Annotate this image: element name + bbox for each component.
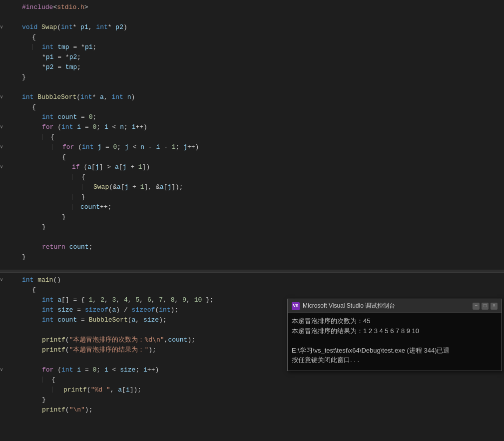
code-line: printf("%d ", a[i]); — [0, 385, 504, 395]
collapse-arrow[interactable]: ∨ — [0, 277, 7, 283]
code-text: return count; — [20, 243, 504, 251]
code-line: } — [0, 192, 504, 202]
code-line: { — [0, 102, 504, 112]
code-line: ∨ void Swap(int* p1, int* p2) — [0, 22, 504, 32]
code-line: ∨ for (int j = 0; j < n - i - 1; j++) — [0, 142, 504, 152]
code-line: { — [0, 375, 504, 385]
code-text: } — [20, 223, 504, 231]
code-line: return count; — [0, 242, 504, 252]
code-text: } — [20, 253, 504, 261]
code-text: } — [20, 73, 504, 81]
code-line — [0, 12, 504, 22]
code-line: } — [0, 252, 504, 262]
code-text: { — [20, 153, 504, 161]
vs-icon: VS — [292, 302, 300, 310]
code-line: } — [0, 222, 504, 232]
code-area-top[interactable]: #include<stdio.h> ∨ void Swap(int* p1, i… — [0, 0, 504, 270]
code-text: count++; — [20, 203, 504, 211]
collapse-arrow[interactable]: ∨ — [0, 144, 7, 150]
code-text — [20, 13, 504, 21]
console-output-line4: E:\学习\vs_test\test\x64\Debug\test.exe (进… — [292, 346, 498, 356]
code-line: *p1 = *p2; — [0, 52, 504, 62]
collapse-arrow[interactable]: ∨ — [0, 94, 7, 100]
code-text: Swap(&a[j + 1], &a[j]); — [20, 183, 504, 191]
code-text: *p1 = *p2; — [20, 53, 504, 61]
code-text — [20, 83, 504, 91]
code-line: { — [0, 152, 504, 162]
code-text: } — [20, 193, 504, 201]
maximize-button[interactable]: □ — [482, 303, 489, 310]
console-controls: − □ × — [473, 303, 498, 310]
minimize-button[interactable]: − — [473, 303, 480, 310]
console-output-line5: 按任意键关闭此窗口. . . — [292, 355, 498, 365]
code-line: ∨ if (a[j] > a[j + 1]) — [0, 162, 504, 172]
collapse-arrow[interactable]: ∨ — [0, 164, 7, 170]
code-text: { — [20, 376, 504, 384]
code-text: void Swap(int* p1, int* p2) — [20, 23, 504, 31]
code-text: } — [20, 396, 504, 404]
console-body: 本趟冒泡排序的次数为：45 本趟冒泡排序的结果为：1 2 3 4 5 6 7 8… — [288, 313, 502, 368]
code-line: Swap(&a[j + 1], &a[j]); — [0, 182, 504, 192]
console-output-line1: 本趟冒泡排序的次数为：45 — [292, 316, 498, 326]
code-text: int main() — [20, 276, 504, 284]
code-text: printf("%d ", a[i]); — [20, 386, 504, 394]
code-text: } — [20, 213, 504, 221]
code-line: ∨ int BubbleSort(int* a, int n) — [0, 92, 504, 102]
console-title: Microsoft Visual Studio 调试控制台 — [303, 302, 473, 310]
code-text: int count = 0; — [20, 113, 504, 121]
code-line: int count = 0; — [0, 112, 504, 122]
code-text: { — [20, 286, 504, 294]
code-text: if (a[j] > a[j + 1]) — [20, 163, 504, 171]
editor-container: #include<stdio.h> ∨ void Swap(int* p1, i… — [0, 0, 504, 441]
code-text: { — [20, 33, 504, 41]
code-line: } — [0, 72, 504, 82]
console-window[interactable]: VS Microsoft Visual Studio 调试控制台 − □ × 本… — [287, 299, 502, 371]
code-text: #include<stdio.h> — [20, 3, 504, 11]
code-line: { — [0, 32, 504, 42]
code-line — [0, 82, 504, 92]
code-text: for (int j = 0; j < n - i - 1; j++) — [20, 143, 504, 151]
code-line: printf("\n"); — [0, 405, 504, 415]
code-line: ∨ for (int i = 0; i < n; i++) — [0, 122, 504, 132]
code-line: { — [0, 172, 504, 182]
console-output-line2: 本趟冒泡排序的结果为：1 2 3 4 5 6 7 8 9 10 — [292, 326, 498, 336]
collapse-arrow[interactable]: ∨ — [0, 367, 7, 373]
code-line: } — [0, 395, 504, 405]
code-text: int tmp = *p1; — [20, 43, 504, 51]
code-text: { — [20, 133, 504, 141]
code-text: { — [20, 173, 504, 181]
console-output-line3 — [292, 336, 498, 346]
code-line: *p2 = tmp; — [0, 62, 504, 72]
code-text: int BubbleSort(int* a, int n) — [20, 93, 504, 101]
code-text: *p2 = tmp; — [20, 63, 504, 71]
code-line: count++; — [0, 202, 504, 212]
code-line: #include<stdio.h> — [0, 2, 504, 12]
code-line: { — [0, 285, 504, 295]
code-text: for (int i = 0; i < n; i++) — [20, 123, 504, 131]
collapse-arrow[interactable]: ∨ — [0, 124, 7, 130]
code-text: printf("\n"); — [20, 406, 504, 414]
code-line: ∨ int main() — [0, 275, 504, 285]
code-line — [0, 232, 504, 242]
code-text: { — [20, 103, 504, 111]
collapse-arrow[interactable]: ∨ — [0, 24, 7, 30]
code-text — [20, 233, 504, 241]
code-line: { — [0, 132, 504, 142]
console-titlebar: VS Microsoft Visual Studio 调试控制台 − □ × — [288, 299, 502, 313]
code-line: } — [0, 212, 504, 222]
close-button[interactable]: × — [491, 303, 498, 310]
code-line: int tmp = *p1; — [0, 42, 504, 52]
